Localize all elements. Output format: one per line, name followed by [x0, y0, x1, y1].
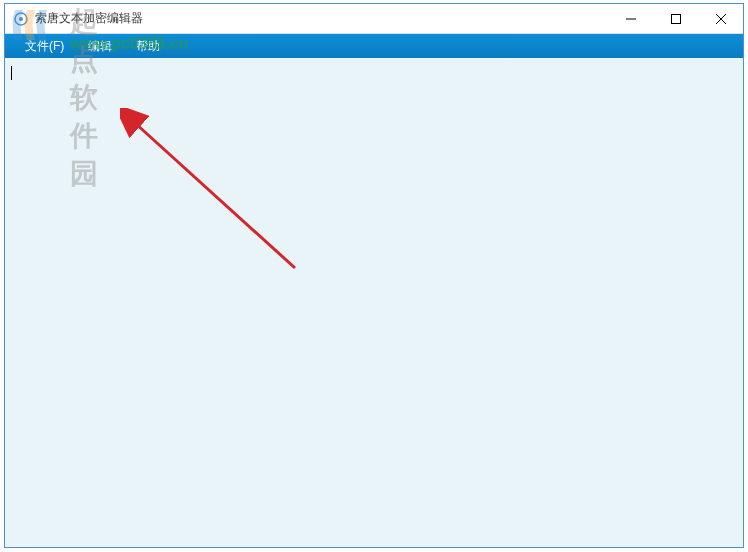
- svg-line-7: [135, 123, 295, 268]
- arrow-annotation: [120, 108, 320, 291]
- window-controls: [608, 4, 743, 33]
- svg-rect-3: [671, 14, 680, 23]
- menu-file[interactable]: 文件(F): [13, 34, 76, 59]
- window-title: 索唐文本加密编辑器: [35, 10, 608, 27]
- text-cursor: [11, 66, 12, 80]
- titlebar: 索唐文本加密编辑器: [5, 4, 743, 34]
- application-window: 索唐文本加密编辑器 文件(F) 编辑 帮助: [4, 3, 744, 548]
- svg-point-1: [19, 17, 23, 21]
- menubar: 文件(F) 编辑 帮助: [5, 34, 743, 58]
- close-button[interactable]: [698, 4, 743, 34]
- app-icon: [13, 11, 29, 27]
- menu-edit[interactable]: 编辑: [76, 34, 124, 59]
- maximize-button[interactable]: [653, 4, 698, 34]
- menu-help[interactable]: 帮助: [124, 34, 172, 59]
- text-editor-area[interactable]: [5, 58, 743, 547]
- minimize-button[interactable]: [608, 4, 653, 34]
